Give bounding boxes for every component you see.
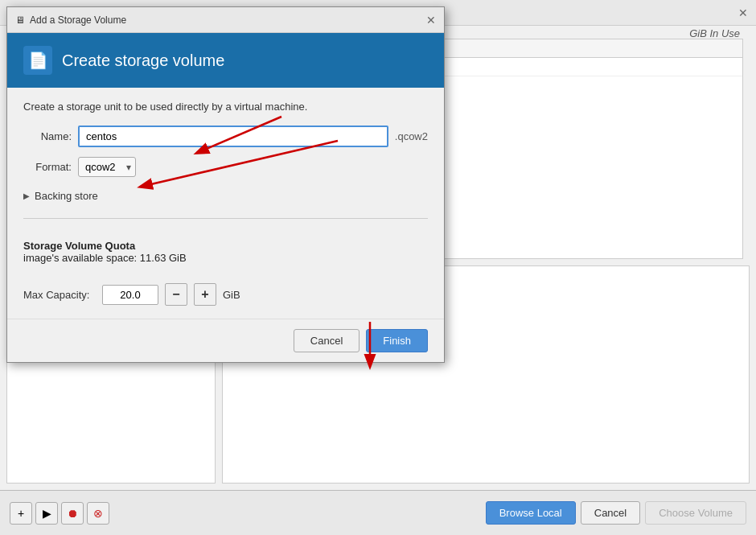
dialog-footer: Cancel Finish (7, 319, 444, 362)
dialog-header-icon: 📄 (23, 46, 52, 75)
dialog-header-title: Create storage volume (62, 51, 224, 70)
cancel-button[interactable]: Cancel (294, 329, 360, 352)
browse-local-button[interactable]: Browse Local (486, 501, 576, 525)
quota-available: image's available space: 11.63 GiB (23, 252, 428, 264)
dialog-title-text: Add a Storage Volume (30, 14, 126, 26)
stop-icon: ⊗ (93, 507, 103, 520)
play-icon-button[interactable]: ▶ (35, 502, 58, 525)
increase-button[interactable]: + (194, 283, 216, 306)
triangle-icon: ▶ (23, 191, 30, 200)
name-row: Name: .qcow2 (23, 126, 428, 147)
backing-store-label: Backing store (35, 190, 98, 202)
bottom-right-buttons: Browse Local Cancel Choose Volume (486, 501, 746, 525)
record-icon: ⏺ (67, 507, 78, 520)
dialog-window-icon: 🖥 (15, 14, 25, 26)
bg-bottom-bar: + ▶ ⏺ ⊗ Browse Local Cancel Choose Volum… (0, 490, 756, 535)
quota-title: Storage Volume Quota (23, 240, 428, 252)
dialog-description: Create a storage unit to be used directl… (23, 101, 428, 113)
add-icon-button[interactable]: + (10, 502, 32, 525)
stop-icon-button[interactable]: ⊗ (87, 502, 109, 525)
capacity-row: Max Capacity: − + GiB (23, 283, 428, 306)
capacity-label: Max Capacity: (23, 289, 96, 301)
file-icon: 📄 (28, 51, 48, 70)
quota-section: Storage Volume Quota image's available s… (23, 232, 428, 267)
name-input[interactable] (78, 126, 388, 147)
choose-volume-button: Choose Volume (645, 501, 746, 525)
format-label: Format: (23, 161, 72, 173)
create-storage-dialog: 🖥 Add a Storage Volume ✕ 📄 Create storag… (6, 6, 445, 363)
dialog-title-container: 🖥 Add a Storage Volume (15, 14, 126, 26)
plus-icon: + (18, 507, 24, 520)
name-label: Name: (23, 130, 72, 142)
unit-label: GiB (223, 289, 240, 301)
format-row: Format: qcow2 raw vmdk vdi (23, 157, 428, 177)
dialog-titlebar: 🖥 Add a Storage Volume ✕ (7, 7, 444, 33)
dialog-close-button[interactable]: ✕ (426, 14, 436, 27)
dialog-header: 📄 Create storage volume (7, 33, 444, 88)
divider (23, 218, 428, 219)
decrease-button[interactable]: − (165, 283, 187, 306)
bg-close-button[interactable]: ✕ (738, 7, 748, 19)
name-suffix: .qcow2 (395, 130, 428, 142)
capacity-input[interactable] (102, 285, 158, 305)
backing-store-row[interactable]: ▶ Backing store (23, 187, 428, 205)
format-select[interactable]: qcow2 raw vmdk vdi (78, 157, 136, 177)
record-icon-button[interactable]: ⏺ (61, 502, 84, 525)
bottom-left-controls: + ▶ ⏺ ⊗ (10, 502, 109, 525)
format-select-wrapper: qcow2 raw vmdk vdi (78, 157, 136, 177)
finish-button[interactable]: Finish (366, 329, 428, 352)
dialog-content: Create a storage unit to be used directl… (7, 88, 444, 319)
play-icon: ▶ (43, 507, 51, 520)
cancel-button[interactable]: Cancel (581, 501, 640, 525)
gib-in-use-label: GiB In Use (689, 27, 740, 39)
